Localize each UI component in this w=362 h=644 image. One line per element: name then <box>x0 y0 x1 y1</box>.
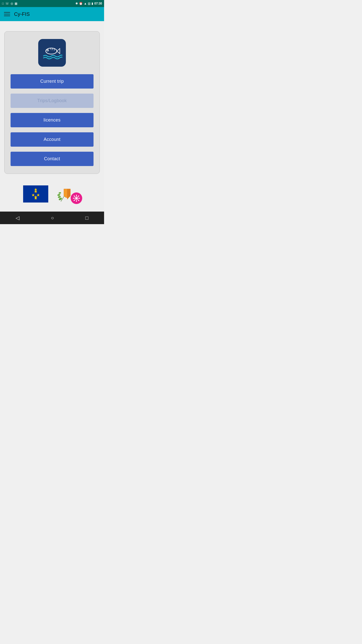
svg-point-20 <box>59 192 61 194</box>
navigation-bar: ◁ ○ □ <box>0 212 104 224</box>
time-display: 07:30 <box>94 2 102 5</box>
back-nav-button[interactable]: ◁ <box>16 215 19 221</box>
recent-nav-button[interactable]: □ <box>85 215 88 221</box>
app-bar: Cy-FIS <box>0 7 104 21</box>
svg-point-19 <box>57 194 60 196</box>
calendar-icon: ▦ <box>15 2 17 5</box>
main-content: Current trip Trips/Logbook licences Acco… <box>0 21 104 179</box>
home-nav-icon: ○ <box>51 215 54 221</box>
bluetooth-icon: ✱ <box>75 2 78 5</box>
recent-nav-icon: □ <box>85 215 88 221</box>
status-bar: □ ☏ ◎ ▦ ✱ ⏰ ▲ ▥ ▮ 07:30 <box>0 0 104 7</box>
back-nav-icon: ◁ <box>16 215 19 221</box>
svg-point-31 <box>78 195 79 196</box>
phone-icon: ☏ <box>5 2 9 5</box>
sync-icon: ◎ <box>11 2 13 5</box>
cyprus-logo-container <box>53 184 81 204</box>
svg-point-29 <box>74 195 75 196</box>
wifi-icon: ▲ <box>84 2 87 5</box>
hamburger-line-1 <box>4 12 10 13</box>
current-trip-button[interactable]: Current trip <box>11 74 94 89</box>
menu-card: Current trip Trips/Logbook licences Acco… <box>4 31 100 174</box>
svg-point-26 <box>76 201 77 202</box>
hamburger-menu-button[interactable] <box>4 12 10 16</box>
snowflake-icon <box>73 194 80 202</box>
svg-point-32 <box>74 200 75 201</box>
svg-point-25 <box>76 195 77 196</box>
eu-flag-image <box>23 185 48 203</box>
app-icon-container <box>38 39 66 67</box>
signal-icon: ▥ <box>88 2 90 5</box>
licences-button[interactable]: licences <box>11 113 94 127</box>
status-bar-left-icons: □ ☏ ◎ ▦ <box>2 2 17 5</box>
svg-point-30 <box>78 200 79 201</box>
svg-point-28 <box>79 198 80 199</box>
battery-icon: ▮ <box>92 2 93 5</box>
app-title: Cy-FIS <box>14 11 30 17</box>
hamburger-line-2 <box>4 14 10 14</box>
svg-point-27 <box>73 198 74 199</box>
contact-button[interactable]: Contact <box>11 152 94 166</box>
account-button[interactable]: Account <box>11 132 94 147</box>
app-logo-icon <box>41 42 63 64</box>
footer <box>0 179 104 212</box>
home-nav-button[interactable]: ○ <box>51 215 54 221</box>
status-bar-right-icons: ✱ ⏰ ▲ ▥ ▮ 07:30 <box>75 2 102 5</box>
hamburger-line-3 <box>4 16 10 16</box>
trips-logbook-button[interactable]: Trips/Logbook <box>11 94 94 108</box>
square-icon: □ <box>2 2 4 5</box>
alarm-icon: ⏰ <box>79 2 83 5</box>
cyprus-circular-badge <box>71 192 82 204</box>
